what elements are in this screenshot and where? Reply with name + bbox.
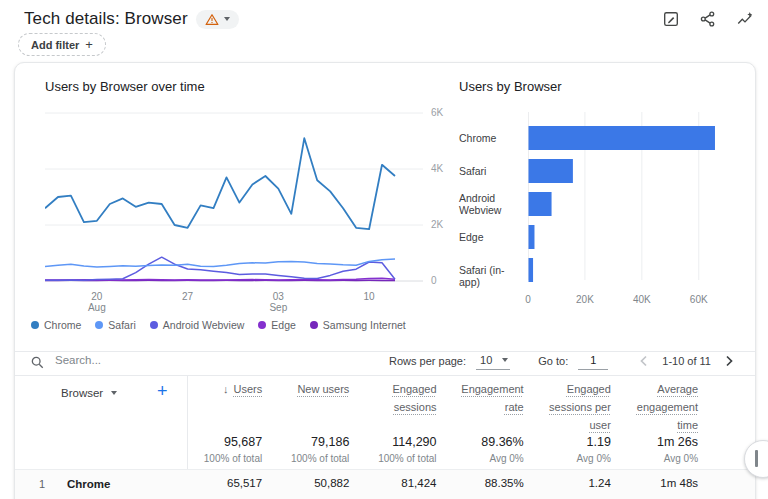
x-axis-label: 10 — [355, 291, 383, 302]
legend-label: Edge — [271, 319, 296, 331]
totals-subtext: 100% of total — [349, 453, 436, 464]
y-axis-label: 6K — [431, 107, 457, 118]
column-header[interactable]: Engaged sessions — [349, 379, 436, 433]
column-header[interactable]: Average engagement time — [611, 379, 698, 433]
pagination-range: 1-10 of 11 — [662, 355, 711, 367]
column-header[interactable]: Engaged sessions per user — [524, 379, 611, 433]
insights-icon[interactable] — [736, 10, 754, 28]
dimension-label: Browser — [61, 387, 103, 399]
panel-icon — [755, 450, 758, 467]
totals-subtext: 100% of total — [262, 453, 349, 464]
data-quality-dropdown[interactable] — [196, 10, 239, 29]
page-header: Tech details: Browser — [24, 6, 754, 32]
column-header-label: Engaged sessions per user — [549, 383, 611, 431]
plus-icon: + — [85, 37, 93, 52]
dimension-select[interactable]: Browser — [61, 387, 117, 399]
totals-value: 114,290 — [349, 435, 436, 449]
totals-cell: 1.19Avg 0% — [524, 435, 611, 464]
totals-cell: 89.36%Avg 0% — [437, 435, 524, 464]
warning-triangle-icon — [205, 13, 219, 26]
totals-cell: 1m 26sAvg 0% — [611, 435, 698, 464]
add-filter-label: Add filter — [31, 39, 79, 51]
rows-per-page-select[interactable]: 10 — [476, 352, 510, 370]
row-value: 81,424 — [349, 477, 436, 489]
y-axis-label: 2K — [431, 219, 457, 230]
chevron-down-icon — [224, 17, 230, 21]
row-cell: 88.35% — [437, 477, 524, 489]
metric-headers: ↓ UsersNew usersEngaged sessionsEngageme… — [175, 379, 698, 433]
legend-label: Safari — [108, 319, 135, 331]
go-to-page-input[interactable] — [578, 353, 608, 370]
ga4-tech-details-screen: Tech details: Browser — [0, 0, 768, 499]
users-over-time-line-chart[interactable] — [45, 103, 423, 289]
row-value: 1.24 — [524, 477, 611, 489]
x-axis-label: 27 — [174, 291, 202, 302]
row-cell: 1m 48s — [611, 477, 698, 489]
legend-item: Safari — [95, 319, 135, 331]
bar-category-label: Safari — [459, 165, 525, 177]
bar-category-label: Chrome — [459, 132, 525, 144]
legend-item: Edge — [258, 319, 296, 331]
row-value: 65,517 — [175, 477, 262, 489]
page-title: Tech details: Browser — [24, 9, 188, 29]
users-by-browser-bar-chart[interactable] — [528, 108, 754, 288]
legend-label: Chrome — [44, 319, 81, 331]
totals-value: 95,687 — [175, 435, 262, 449]
totals-subtext: Avg 0% — [611, 453, 698, 464]
column-header[interactable]: Engagement rate — [437, 379, 524, 433]
row-index: 1 — [39, 478, 45, 490]
y-axis-label: 0 — [431, 275, 457, 286]
go-to-label: Go to: — [538, 355, 568, 367]
column-header-label: Engaged sessions — [392, 383, 436, 413]
totals-cell: 95,687100% of total — [175, 435, 262, 464]
x-axis-label: 03 — [264, 291, 292, 302]
rows-per-page-value: 10 — [480, 354, 492, 366]
column-header-label: Average engagement time — [637, 383, 698, 431]
totals-value: 1.19 — [524, 435, 611, 449]
totals-row: 95,687100% of total79,186100% of total11… — [175, 435, 698, 464]
row-cell: 1.24 — [524, 477, 611, 489]
row-browser-name: Chrome — [67, 478, 110, 490]
add-secondary-dimension-button[interactable]: + — [157, 381, 168, 402]
share-icon[interactable] — [699, 10, 717, 28]
row-value: 88.35% — [437, 477, 524, 489]
bar-category-label: Android Webview — [459, 192, 525, 216]
row-values: 65,51750,88281,42488.35%1.241m 48s — [175, 477, 698, 489]
totals-cell: 114,290100% of total — [349, 435, 436, 464]
chevron-down-icon — [502, 358, 508, 362]
report-card: Users by Browser over time Users by Brow… — [14, 62, 756, 499]
search-input[interactable] — [53, 353, 357, 367]
legend-item: Samsung Internet — [310, 319, 406, 331]
legend-dot — [95, 321, 103, 329]
row-value: 50,882 — [262, 477, 349, 489]
add-filter-button[interactable]: Add filter + — [18, 33, 106, 56]
legend-dot — [258, 321, 266, 329]
bar-x-axis-label: 20K — [570, 294, 600, 305]
totals-value: 89.36% — [437, 435, 524, 449]
column-header-label: Engagement rate — [461, 383, 523, 413]
chevron-down-icon — [111, 391, 117, 395]
customize-report-icon[interactable] — [662, 10, 680, 28]
legend-item: Android Webview — [150, 319, 245, 331]
legend-label: Android Webview — [163, 319, 245, 331]
column-header-label: New users — [297, 383, 349, 395]
column-header[interactable]: ↓ Users — [175, 379, 262, 433]
pagination-controls: Rows per page: 10 Go to: 1-10 of 11 — [389, 352, 737, 370]
bar-x-axis-label: 60K — [684, 294, 714, 305]
column-header[interactable]: New users — [262, 379, 349, 433]
legend-item: Chrome — [31, 319, 81, 331]
bar-x-axis-label: 40K — [627, 294, 657, 305]
next-page-icon[interactable] — [721, 353, 737, 369]
bar-x-axis-label: 0 — [513, 294, 543, 305]
legend-dot — [150, 321, 158, 329]
row-value: 1m 48s — [611, 477, 698, 489]
bar-chart-title: Users by Browser — [459, 79, 562, 94]
x-axis-label: 20 — [83, 291, 111, 302]
legend-dot — [31, 321, 39, 329]
table-search-row: Rows per page: 10 Go to: 1-10 of 11 — [15, 351, 755, 375]
legend-dot — [310, 321, 318, 329]
row-cell: 50,882 — [262, 477, 349, 489]
chart-legend: ChromeSafariAndroid WebviewEdgeSamsung I… — [31, 319, 406, 331]
bar-category-label: Edge — [459, 231, 525, 243]
row-cell: 81,424 — [349, 477, 436, 489]
